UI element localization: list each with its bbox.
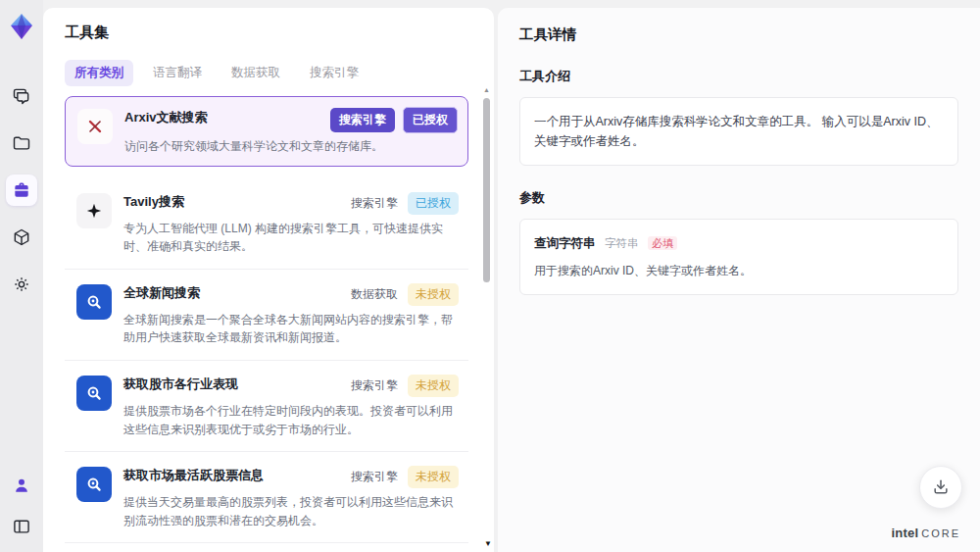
auth-badge: 已授权 <box>408 192 459 215</box>
intel-core-logo: intelCORE <box>891 526 960 540</box>
folder-icon <box>12 133 31 153</box>
tool-name: 获取股市各行业表现 <box>123 374 349 393</box>
download-icon <box>931 477 951 497</box>
sidebar-item-packages[interactable] <box>6 222 37 253</box>
auth-badge: 未授权 <box>408 466 459 488</box>
sidebar-rail <box>0 0 43 552</box>
arxiv-icon <box>77 109 113 144</box>
tool-list-panel: 工具集 所有类别 语言翻译 数据获取 搜索引擎 Arxiv文献搜索 搜索引擎 已… <box>43 8 494 552</box>
category-badge: 搜索引擎 <box>349 465 400 489</box>
param-type: 字符串 <box>605 237 639 249</box>
list-scrollbar: ▲ ▼ <box>482 86 492 548</box>
intro-heading: 工具介绍 <box>519 68 958 85</box>
category-badge: 搜索引擎 <box>349 191 400 216</box>
tool-card-sector-performance[interactable]: 获取股市各行业表现 搜索引擎 未授权 提供股票市场各个行业在特定时间段内的表现。… <box>65 361 468 452</box>
tool-card-tavily[interactable]: Tavily搜索 搜索引擎 已授权 专为人工智能代理 (LLM) 构建的搜索引擎… <box>65 178 468 270</box>
brand-core: CORE <box>921 527 960 539</box>
auth-badge: 已授权 <box>403 107 458 133</box>
magnifier-blue-icon <box>76 284 112 320</box>
param-name: 查询字符串 <box>534 236 596 250</box>
tool-name: Arxiv文献搜索 <box>124 107 330 126</box>
app-logo-icon <box>5 10 38 43</box>
tool-description: 全球新闻搜索是一个聚合全球各大新闻网站内容的搜索引擎，帮助用户快速获取全球最新资… <box>123 311 459 347</box>
tool-name: 获取市场最活跃股票信息 <box>123 465 349 484</box>
tool-card-most-active-stocks[interactable]: 获取市场最活跃股票信息 搜索引擎 未授权 提供当天交易量最高的股票列表，投资者可… <box>65 452 468 543</box>
page-title: 工具集 <box>65 24 494 42</box>
params-heading: 参数 <box>519 189 958 207</box>
scrollbar-thumb[interactable] <box>483 98 490 282</box>
category-tabs: 所有类别 语言翻译 数据获取 搜索引擎 <box>65 60 494 86</box>
tool-card-regional-news[interactable]: 万维地区新闻查询 搜索引擎 未授权 查询具体行政区划内的新闻，快速了解各地新闻动 <box>65 543 468 552</box>
chat-icon <box>12 86 31 106</box>
tool-name: 全球新闻搜索 <box>123 282 349 302</box>
tool-description: 提供股票市场各个行业在特定时间段内的表现。投资者可以利用这些信息来识别表现优于或… <box>123 402 459 438</box>
tool-name: Tavily搜索 <box>123 191 349 211</box>
scroll-up-arrow[interactable]: ▲ <box>483 86 490 93</box>
tab-all-categories[interactable]: 所有类别 <box>65 60 133 86</box>
category-badge: 搜索引擎 <box>349 374 400 398</box>
tool-card-list: Arxiv文献搜索 搜索引擎 已授权 访问各个研究领域大量科学论文和文章的存储库… <box>65 96 468 552</box>
sidebar-item-chat[interactable] <box>6 80 37 112</box>
param-required-badge: 必填 <box>648 236 677 250</box>
tool-detail-panel: 工具详情 工具介绍 一个用于从Arxiv存储库搜索科学论文和文章的工具。 输入可… <box>498 8 980 552</box>
package-icon <box>12 227 31 247</box>
sidebar-item-settings[interactable] <box>6 269 37 300</box>
toolbox-icon <box>12 180 31 200</box>
tab-data-acquisition[interactable]: 数据获取 <box>221 60 290 86</box>
intro-text: 一个用于从Arxiv存储库搜索科学论文和文章的工具。 输入可以是Arxiv ID… <box>534 115 939 148</box>
param-description: 用于搜索的Arxiv ID、关键字或作者姓名。 <box>534 262 944 280</box>
param-box: 查询字符串 字符串 必填 用于搜索的Arxiv ID、关键字或作者姓名。 <box>519 219 958 295</box>
tool-description: 提供当天交易量最高的股票列表，投资者可以利用这些信息来识别流动性强的股票和潜在的… <box>123 493 459 529</box>
tool-card-global-news[interactable]: 全球新闻搜索 数据获取 未授权 全球新闻搜索是一个聚合全球各大新闻网站内容的搜索… <box>65 270 468 361</box>
category-badge: 搜索引擎 <box>330 108 395 132</box>
tool-description: 专为人工智能代理 (LLM) 构建的搜索引擎工具，可快速提供实时、准确和真实的结… <box>123 220 459 256</box>
tool-card-arxiv[interactable]: Arxiv文献搜索 搜索引擎 已授权 访问各个研究领域大量科学论文和文章的存储库… <box>65 96 468 167</box>
magnifier-blue-icon <box>76 376 112 411</box>
magnifier-blue-icon <box>76 467 112 502</box>
sidebar-item-tools[interactable] <box>6 175 37 206</box>
download-button[interactable] <box>919 466 962 509</box>
sidebar-item-collapse-panel[interactable] <box>6 511 37 542</box>
tool-description: 访问各个研究领域大量科学论文和文章的存储库。 <box>124 137 458 156</box>
sidebar-item-account[interactable] <box>6 470 37 501</box>
auth-badge: 未授权 <box>408 283 459 306</box>
category-badge: 数据获取 <box>349 282 400 307</box>
star-icon <box>76 193 112 228</box>
sidebar-item-files[interactable] <box>6 127 37 159</box>
gear-icon <box>12 275 31 294</box>
user-icon <box>12 476 31 495</box>
param-header-row: 查询字符串 字符串 必填 <box>534 233 944 253</box>
intro-box: 一个用于从Arxiv存储库搜索科学论文和文章的工具。 输入可以是Arxiv ID… <box>519 97 958 166</box>
detail-title: 工具详情 <box>519 25 958 44</box>
brand-intel: intel <box>891 526 918 540</box>
panel-icon <box>12 517 31 536</box>
tab-search-engine[interactable]: 搜索引擎 <box>300 60 368 86</box>
auth-badge: 未授权 <box>408 375 459 397</box>
tab-language-translation[interactable]: 语言翻译 <box>143 60 212 86</box>
scroll-down-arrow[interactable]: ▼ <box>484 539 492 548</box>
